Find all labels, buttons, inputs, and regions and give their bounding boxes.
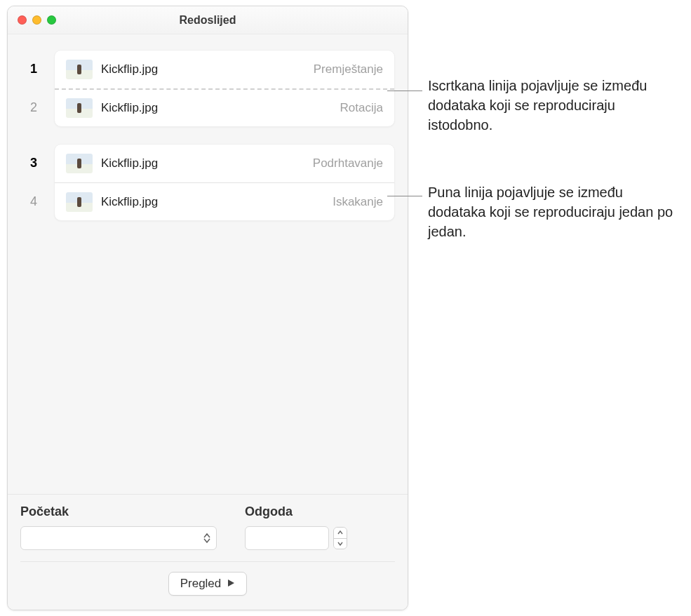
content-area: 1 2 Kickflip.jpg Premještanje Kickflip.j… xyxy=(8,34,408,494)
build-row[interactable]: Kickflip.jpg Iskakanje xyxy=(55,182,394,220)
row-number: 4 xyxy=(20,194,47,209)
build-list: 1 2 Kickflip.jpg Premještanje Kickflip.j… xyxy=(20,50,395,494)
delay-wrap xyxy=(245,526,347,550)
controls-row: Početak Odgoda xyxy=(20,504,395,550)
thumbnail-icon xyxy=(66,60,93,79)
row-number: 3 xyxy=(20,156,47,170)
build-group: 1 2 Kickflip.jpg Premještanje Kickflip.j… xyxy=(20,50,395,127)
build-card: Kickflip.jpg Podrhtavanje Kickflip.jpg I… xyxy=(54,144,395,221)
divider xyxy=(20,561,395,562)
thumbnail-icon xyxy=(66,192,93,212)
preview-button[interactable]: Pregled xyxy=(168,572,248,596)
play-icon xyxy=(227,577,235,591)
row-number: 1 xyxy=(20,62,47,76)
start-control: Početak xyxy=(20,504,217,550)
filename: Kickflip.jpg xyxy=(101,62,314,76)
effect-name: Premještanje xyxy=(314,62,383,76)
build-group: 3 4 Kickflip.jpg Podrhtavanje Kickflip.j… xyxy=(20,144,395,221)
delay-stepper xyxy=(333,527,347,549)
filename: Kickflip.jpg xyxy=(101,101,340,115)
start-select[interactable] xyxy=(20,526,217,550)
thumbnail-icon xyxy=(66,98,93,118)
preview-label: Pregled xyxy=(180,577,222,591)
thumbnail-icon xyxy=(66,154,93,173)
effect-name: Rotacija xyxy=(340,101,383,115)
callout-leader xyxy=(387,196,422,196)
callout-solid: Puna linija pojavljuje se između dodatak… xyxy=(428,182,680,241)
build-row[interactable]: Kickflip.jpg Podrhtavanje xyxy=(55,145,394,182)
row-number: 2 xyxy=(20,100,47,115)
build-row[interactable]: Kickflip.jpg Premještanje xyxy=(55,51,394,88)
row-numbers: 1 2 xyxy=(20,50,54,127)
stepper-down-button[interactable] xyxy=(334,538,347,549)
preview-row: Pregled xyxy=(20,572,395,596)
window-title: Redoslijed xyxy=(8,14,408,27)
build-card: Kickflip.jpg Premještanje Kickflip.jpg R… xyxy=(54,50,395,127)
delay-field[interactable] xyxy=(245,526,329,550)
delay-control: Odgoda xyxy=(245,504,347,550)
effect-name: Iskakanje xyxy=(333,195,383,209)
start-label: Početak xyxy=(20,504,217,519)
titlebar: Redoslijed xyxy=(8,6,408,34)
build-row[interactable]: Kickflip.jpg Rotacija xyxy=(55,88,394,126)
filename: Kickflip.jpg xyxy=(101,156,313,170)
row-numbers: 3 4 xyxy=(20,144,54,221)
bottom-panel: Početak Odgoda xyxy=(8,494,408,610)
delay-label: Odgoda xyxy=(245,504,347,519)
chevron-updown-icon xyxy=(201,529,213,547)
stepper-up-button[interactable] xyxy=(334,528,347,538)
filename: Kickflip.jpg xyxy=(101,195,333,209)
callout-dashed: Iscrtkana linija pojavljuje se između do… xyxy=(428,76,680,135)
effect-name: Podrhtavanje xyxy=(313,156,383,170)
callout-leader xyxy=(387,91,422,91)
build-order-window: Redoslijed 1 2 Kickflip.jpg Premještanje xyxy=(7,6,408,610)
